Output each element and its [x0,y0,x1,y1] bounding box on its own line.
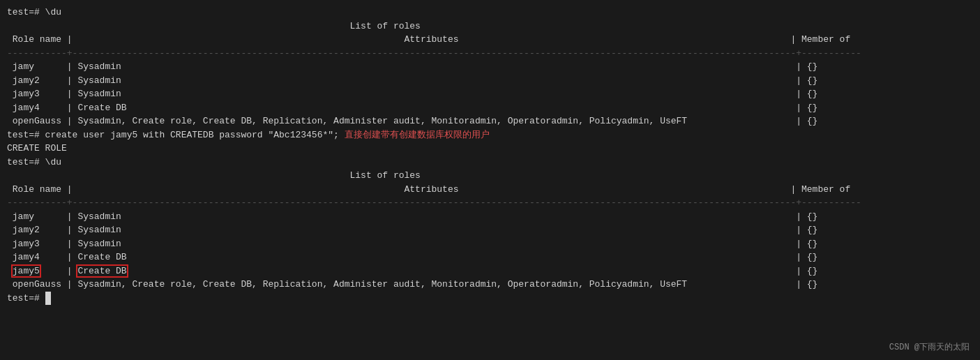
comment-text: 直接创建带有创建数据库权限的用户 [345,130,490,140]
table-row: jamy4 | Create DB | {} [7,252,817,262]
table-row: jamy | Sysadmin | {} [7,61,817,72]
separator: -----------+----------------------------… [7,197,861,208]
sys-output: CREATE ROLE [7,143,67,153]
terminal-line: test=# create user jamy5 with CREATEDB p… [7,128,973,142]
terminal-line: CREATE ROLE [7,142,973,156]
terminal-line: Role name | Attributes | Member of [7,183,973,197]
table-header: List of roles [7,170,421,181]
terminal-line: openGauss | Sysadmin, Create role, Creat… [7,278,973,292]
table-header: Role name | Attributes | Member of [7,34,850,45]
terminal-window: test=# \du List of roles Role name | Att… [7,6,973,305]
terminal-line: jamy | Sysadmin | {} [7,60,973,74]
terminal-line: test=# \du [7,6,973,20]
terminal-line: jamy2 | Sysadmin | {} [7,223,973,237]
watermark: CSDN @下雨天的太阳 [889,341,970,353]
table-row-highlight: jamy5 | Create DB | {} [7,264,973,278]
terminal-line: jamy3 | Sysadmin | {} [7,87,973,101]
terminal-line: openGauss | Sysadmin, Create role, Creat… [7,114,973,128]
highlighted-name: jamy5 [13,266,40,276]
separator: -----------+----------------------------… [7,48,861,59]
table-row: jamy5 | Create DB | {} [7,266,817,276]
terminal-line: List of roles [7,169,973,183]
table-row: jamy3 | Sysadmin | {} [7,89,817,99]
table-row: openGauss | Sysadmin, Create role, Creat… [7,116,817,126]
table-row: jamy4 | Create DB | {} [7,103,817,113]
terminal-line: jamy4 | Create DB | {} [7,250,973,264]
highlighted-attr: Create DB [77,266,126,276]
terminal-line: Role name | Attributes | Member of [7,33,973,47]
terminal-line: jamy3 | Sysadmin | {} [7,237,973,251]
terminal-line: test=# \du [7,156,973,170]
prompt-cursor: test=# [7,293,45,303]
terminal-line: jamy | Sysadmin | {} [7,210,973,224]
table-header: Role name | Attributes | Member of [7,184,850,195]
table-row: jamy2 | Sysadmin | {} [7,225,817,235]
terminal-line: jamy2 | Sysadmin | {} [7,74,973,88]
table-row: jamy2 | Sysadmin | {} [7,75,817,86]
prompt-text: test=# \du [7,157,61,167]
terminal-line: -----------+----------------------------… [7,47,973,61]
table-row: jamy | Sysadmin | {} [7,211,817,222]
terminal-line: test=# [7,292,973,306]
terminal-line: -----------+----------------------------… [7,196,973,210]
terminal-line: List of roles [7,20,973,33]
table-header: List of roles [7,21,421,31]
table-row: jamy3 | Sysadmin | {} [7,239,817,249]
table-row: openGauss | Sysadmin, Create role, Creat… [7,279,817,290]
cursor [45,292,51,306]
command-text: test=# create user jamy5 with CREATEDB p… [7,130,345,140]
prompt-text: test=# \du [7,7,61,17]
terminal-line: jamy4 | Create DB | {} [7,101,973,115]
